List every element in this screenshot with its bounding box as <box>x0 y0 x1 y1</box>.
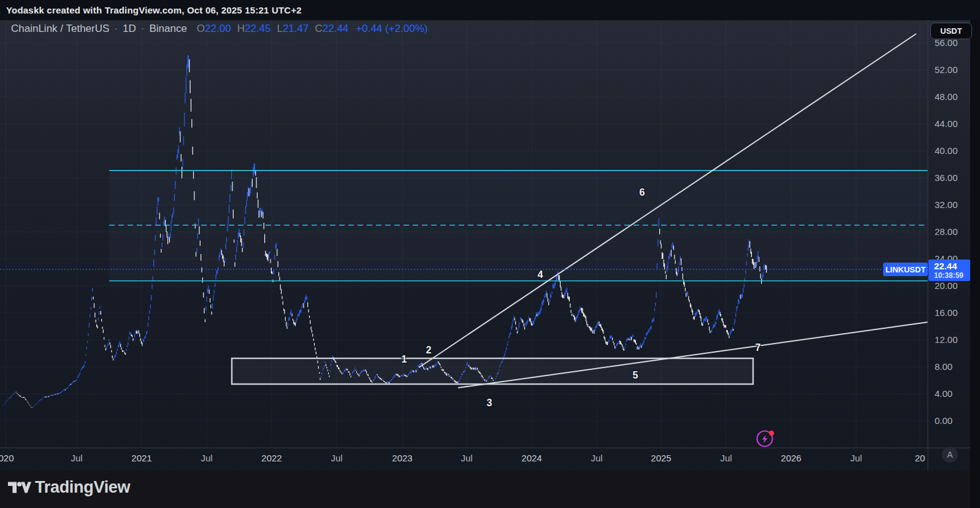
bar-countdown: 10:38:59 <box>934 272 970 280</box>
time-axis-label: 2025 <box>651 453 671 463</box>
time-axis-label: Jul <box>71 453 82 463</box>
lightning-icon <box>755 428 776 449</box>
wave-label[interactable]: 4 <box>538 269 543 280</box>
price-axis-label: 28.00 <box>935 226 958 237</box>
price-axis-label: 40.00 <box>935 145 958 156</box>
change-value: +0.44 (+2.00%) <box>356 23 427 35</box>
time-axis-label: 2023 <box>392 453 412 463</box>
currency-toggle-button[interactable]: USDT <box>930 23 972 39</box>
time-axis-label: Jul <box>720 453 732 463</box>
price-axis-label: 8.00 <box>935 361 952 372</box>
price-axis-label: 44.00 <box>935 118 958 129</box>
interval-label[interactable]: 1D <box>123 23 136 35</box>
exchange-label: Binance <box>149 23 186 35</box>
last-price-value: 22.44 <box>934 260 970 272</box>
price-chart[interactable]: 123456756.0052.0048.0044.0040.0036.0032.… <box>0 0 980 508</box>
time-axis-label: Jul <box>201 453 212 463</box>
time-axis-label: Jul <box>591 453 602 463</box>
ohlc-values: O22.00 H22.45 L21.47 C22.44 +0.44 (+2.00… <box>197 23 428 35</box>
time-axis-label: 020 <box>0 453 14 463</box>
right-edge-strip <box>970 0 980 508</box>
tradingview-snapshot: 123456756.0052.0048.0044.0040.0036.0032.… <box>0 0 980 508</box>
time-axis-label: 2026 <box>781 453 801 463</box>
price-axis-label: 12.00 <box>935 334 958 345</box>
price-axis-label: 36.00 <box>935 172 958 183</box>
price-axis-label: 0.00 <box>935 415 952 426</box>
footer-bar <box>0 471 980 508</box>
boost-button[interactable] <box>755 428 776 452</box>
last-price-label: 22.44 10:38:59 <box>928 260 970 281</box>
legend-separator: · <box>141 23 145 35</box>
wave-label[interactable]: 3 <box>487 398 492 408</box>
price-axis-label: 20.00 <box>935 280 958 291</box>
price-axis-label: 4.00 <box>935 388 952 399</box>
attribution-text: Yodaskk created with TradingView.com, Oc… <box>6 5 302 15</box>
range-box-drawing[interactable] <box>232 358 753 384</box>
wave-label[interactable]: 5 <box>633 370 638 380</box>
time-axis-label: Jul <box>850 453 862 463</box>
price-axis-label: 48.00 <box>935 91 958 102</box>
time-axis-label: 20 <box>915 453 925 463</box>
tradingview-logo-icon[interactable] <box>8 482 31 496</box>
time-axis-label: 2024 <box>521 453 542 463</box>
time-axis-label: Jul <box>461 453 472 463</box>
symbol-title[interactable]: ChainLink / TetherUS <box>11 23 109 35</box>
open-value: O22.00 <box>197 23 231 35</box>
time-axis-label: 2022 <box>261 453 281 463</box>
tradingview-wordmark[interactable]: TradingView <box>35 478 130 497</box>
parallel-channel-drawing[interactable] <box>109 171 928 281</box>
symbol-legend: ChainLink / TetherUS · 1D · Binance O22.… <box>11 23 428 35</box>
auto-scale-button[interactable]: A <box>942 447 958 463</box>
wave-label[interactable]: 2 <box>426 345 432 355</box>
time-axis-label: Jul <box>331 453 342 463</box>
price-axis-label: 52.00 <box>935 64 958 75</box>
symbol-price-tag: LINKUSDT <box>883 263 928 276</box>
wave-label[interactable]: 6 <box>640 187 645 198</box>
legend-separator: · <box>114 23 118 35</box>
price-axis-label: 16.00 <box>935 307 958 318</box>
wave-label[interactable]: 1 <box>402 354 407 364</box>
price-axis-label: 32.00 <box>935 199 958 210</box>
time-axis-label: 2021 <box>131 453 151 463</box>
attribution-bar: Yodaskk created with TradingView.com, Oc… <box>0 0 980 20</box>
close-value: C22.44 <box>315 23 348 35</box>
low-value: L21.47 <box>277 23 308 35</box>
high-value: H22.45 <box>237 23 271 35</box>
wave-label[interactable]: 7 <box>756 342 761 353</box>
